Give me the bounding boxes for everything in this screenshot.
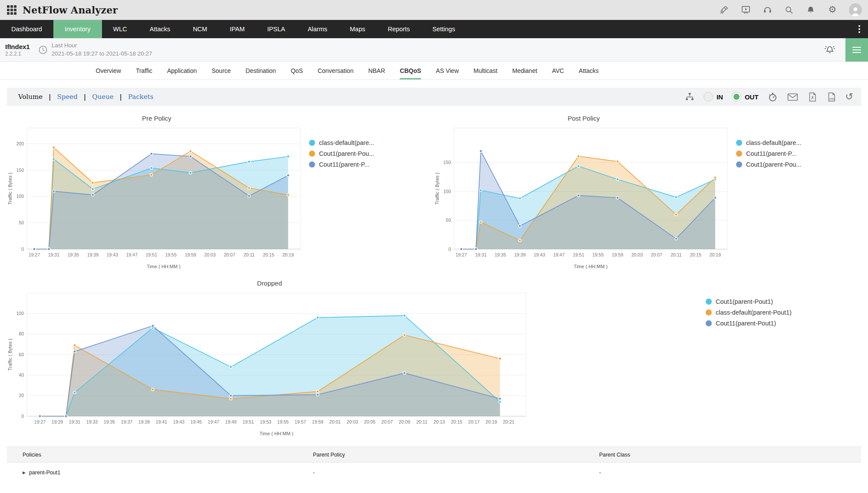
data-point[interactable] [189,171,192,174]
tab-qos[interactable]: QoS [291,62,303,79]
data-point[interactable] [499,398,501,400]
legend-item[interactable]: class-default(pare... [736,139,801,146]
data-point[interactable] [73,344,76,347]
legend-item[interactable]: Cout1(parent-Pou... [736,161,801,168]
nav-item-inventory[interactable]: Inventory [53,20,102,38]
data-point[interactable] [519,225,521,227]
data-point[interactable] [519,197,521,200]
data-point[interactable] [480,220,482,223]
notifications-bell-icon[interactable] [806,5,816,15]
data-point[interactable] [33,248,36,250]
legend-item[interactable]: Cout1(parent-Pou... [309,150,374,157]
nav-item-ncm[interactable]: NCM [181,20,218,38]
settings-gear-icon[interactable]: ⚙ [827,5,838,15]
metric-volume[interactable]: Volume [18,93,43,101]
legend-item[interactable]: Cout1(parent-Pout1) [706,298,792,305]
data-point[interactable] [230,394,232,397]
tab-cbqos[interactable]: CBQoS [400,62,421,79]
data-point[interactable] [460,248,463,250]
email-icon[interactable] [787,92,799,102]
tab-overview[interactable]: Overview [96,62,121,79]
data-point[interactable] [53,146,55,149]
legend-item[interactable]: class-default(pare... [309,139,374,146]
timer-icon[interactable] [767,92,778,102]
data-point[interactable] [92,181,94,184]
data-point[interactable] [73,391,76,394]
data-point[interactable] [287,194,289,196]
data-point[interactable] [230,398,232,400]
nav-item-reports[interactable]: Reports [376,20,421,38]
nav-item-alarms[interactable]: Alarms [296,20,339,38]
screen-demo-icon[interactable] [740,5,751,15]
data-point[interactable] [92,188,94,191]
data-point[interactable] [577,165,580,168]
tab-attacks[interactable]: Attacks [579,62,599,79]
data-point[interactable] [230,365,232,368]
tab-application[interactable]: Application [167,62,197,79]
metric-speed[interactable]: Speed [57,93,78,101]
tab-source[interactable]: Source [212,62,231,79]
legend-item[interactable]: class-default(parent-Pout1) [706,309,792,316]
legend-item[interactable]: Cout11(parent-Pout1) [706,320,792,327]
data-point[interactable] [150,167,153,169]
data-point[interactable] [403,334,406,336]
data-point[interactable] [616,160,619,163]
data-point[interactable] [316,316,319,319]
data-point[interactable] [675,237,677,240]
data-point[interactable] [65,415,67,417]
data-point[interactable] [316,393,319,396]
tab-as-view[interactable]: AS View [436,62,459,79]
tab-destination[interactable]: Destination [246,62,276,79]
direction-out-radio[interactable]: OUT [732,92,759,102]
topology-icon[interactable] [684,92,695,102]
nav-item-dashboard[interactable]: Dashboard [0,20,53,38]
data-point[interactable] [675,196,677,198]
expand-row-icon[interactable]: ▶ [23,470,26,475]
nav-item-settings[interactable]: Settings [421,20,466,38]
tab-conversation[interactable]: Conversation [318,62,354,79]
tab-multicast[interactable]: Multicast [473,62,497,79]
policy-name[interactable]: parent-Pout1 [29,470,60,476]
app-grid-icon[interactable] [7,5,16,15]
data-point[interactable] [53,190,55,192]
pdf-export-icon[interactable] [807,92,818,102]
data-point[interactable] [189,155,192,158]
legend-item[interactable]: Cout11(parent-P... [736,150,801,157]
metric-queue[interactable]: Queue [92,93,113,101]
tab-avc[interactable]: AVC [552,62,564,79]
nav-item-maps[interactable]: Maps [339,20,376,38]
nav-item-ipam[interactable]: IPAM [218,20,256,38]
tab-traffic[interactable]: Traffic [136,62,152,79]
direction-in-radio[interactable]: IN [704,92,723,102]
data-point[interactable] [616,197,619,199]
nav-overflow-kebab-icon[interactable] [851,20,868,38]
data-point[interactable] [151,325,154,327]
data-point[interactable] [480,189,482,191]
data-point[interactable] [499,401,501,403]
data-point[interactable] [499,357,501,360]
data-point[interactable] [150,174,153,176]
data-point[interactable] [287,155,289,158]
refresh-icon[interactable]: ↺ [845,92,853,102]
metric-packets[interactable]: Packets [128,93,153,101]
data-point[interactable] [73,350,76,353]
data-point[interactable] [577,155,580,158]
data-point[interactable] [92,194,94,196]
data-point[interactable] [403,314,406,317]
data-point[interactable] [475,248,477,250]
data-point[interactable] [480,150,482,152]
data-point[interactable] [189,150,192,152]
data-point[interactable] [616,178,619,181]
nav-item-attacks[interactable]: Attacks [138,20,182,38]
tab-medianet[interactable]: Medianet [512,62,537,79]
data-point[interactable] [150,152,153,155]
user-avatar[interactable] [849,3,862,16]
data-point[interactable] [248,161,250,163]
csv-export-icon[interactable]: CSV [826,92,837,102]
data-point[interactable] [403,372,406,375]
nav-item-ipsla[interactable]: IPSLA [256,20,296,38]
legend-item[interactable]: Cout11(parent-P... [309,161,374,168]
rocket-icon[interactable] [719,5,729,15]
data-point[interactable] [675,213,677,216]
time-period[interactable]: Last Hour 2021-05-18 19:27 to 2021-05-18… [52,42,152,57]
